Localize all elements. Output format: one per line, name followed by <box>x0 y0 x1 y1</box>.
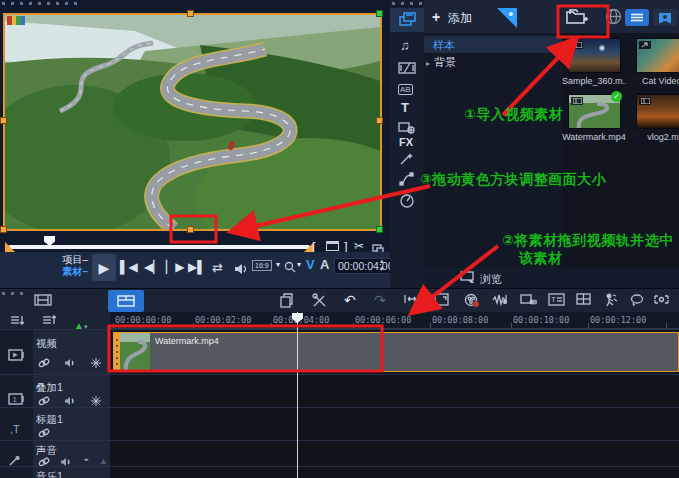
track-name: 叠加1 <box>36 381 63 395</box>
track-manager-button[interactable] <box>10 314 26 326</box>
aspect-ratio-select[interactable]: 16:9 <box>252 260 272 271</box>
clip-thumbnail <box>120 333 150 371</box>
resize-handle-right[interactable] <box>376 117 383 124</box>
browse-button[interactable]: 浏览 <box>480 272 502 287</box>
motion-tracking-button[interactable] <box>604 293 618 307</box>
track-link-icon[interactable] <box>38 396 50 406</box>
import-media-button[interactable] <box>565 7 589 26</box>
category-background[interactable]: ▸背景 <box>424 53 562 70</box>
thumbnail-view-button[interactable] <box>653 9 677 26</box>
resize-handle-bottom[interactable] <box>187 226 194 233</box>
category-sample[interactable]: 样本 <box>424 36 562 53</box>
previous-frame-button[interactable]: ◀▏ <box>144 260 162 274</box>
nav-speed-icon[interactable] <box>399 193 415 208</box>
toolbar-grip-dots <box>2 292 24 295</box>
volume-button[interactable] <box>234 261 249 279</box>
project-mode-toggle[interactable]: 项目– <box>46 254 88 266</box>
panel-grip-dots <box>392 2 422 5</box>
subtitle-editor-button[interactable]: T <box>548 293 565 306</box>
zoom-level-select[interactable] <box>284 260 297 278</box>
library-flag-icon[interactable] <box>496 7 518 33</box>
thumbnail-sample360[interactable] <box>568 38 621 73</box>
preview-scrubber[interactable] <box>8 245 310 249</box>
sound-mixer-button[interactable] <box>492 293 508 307</box>
timeline-clip-watermark[interactable]: Watermark.mp4 <box>113 332 679 372</box>
trim-start-handle[interactable] <box>5 242 15 252</box>
track-type-strip: 1 ,T ♪ <box>0 329 33 478</box>
storyboard-view-button[interactable] <box>34 293 52 307</box>
resize-handle-top-right[interactable] <box>376 10 383 17</box>
thumbnail-label: Watermark.mp4 <box>562 132 626 142</box>
nav-audio-icon[interactable]: ♫ <box>400 39 410 52</box>
ruler-label: 00:00:00:00 <box>115 315 171 325</box>
split-scissors-icon[interactable]: ✂ <box>354 239 364 253</box>
lasso-select-button[interactable] <box>630 293 645 306</box>
copy-button[interactable] <box>280 293 294 308</box>
fit-timeline-button[interactable] <box>404 293 420 305</box>
timecode-spinner[interactable]: ▴▾ <box>380 257 384 273</box>
track-mute-icon[interactable] <box>64 396 76 406</box>
ruler-label: 00:00:02:00 <box>195 315 251 325</box>
enlarge-preview-icon[interactable] <box>372 240 384 250</box>
track-link-icon[interactable] <box>38 428 50 438</box>
record-capture-button[interactable] <box>464 293 480 308</box>
timeline-view-button[interactable] <box>108 290 144 312</box>
ruler-label: 00:00:12:00 <box>590 315 646 325</box>
zoom-frame-button[interactable] <box>434 293 449 306</box>
thumbnail-cat-videos[interactable] <box>636 38 679 73</box>
list-view-button[interactable] <box>625 9 649 26</box>
zoom-caret-icon[interactable]: ▾ <box>297 260 301 269</box>
track-duck-icon[interactable]: ▲ <box>99 456 108 466</box>
video-canvas[interactable] <box>3 13 382 231</box>
resize-handle-top[interactable] <box>187 10 194 17</box>
video-overlay-toggle[interactable]: V <box>306 257 315 272</box>
thumbnail-vlog2[interactable] <box>636 94 679 129</box>
play-button[interactable]: ▶ <box>92 254 116 281</box>
nav-media-icon[interactable] <box>399 12 416 27</box>
nav-filter-icon[interactable]: FX <box>399 136 413 148</box>
go-to-start-button[interactable]: ▌◀ <box>120 260 138 274</box>
nav-graphics-icon[interactable] <box>398 120 415 134</box>
nav-motion-path-icon[interactable] <box>399 172 414 186</box>
track-effects-icon[interactable] <box>91 358 101 368</box>
360-media-button[interactable] <box>605 8 622 25</box>
film-badge-icon <box>571 97 583 105</box>
thumbnail-watermark[interactable]: ✓ <box>568 94 621 129</box>
track-manager-bar: ▲▾ <box>0 312 110 329</box>
track-mute-icon[interactable] <box>64 358 76 368</box>
track-link-icon[interactable] <box>38 358 50 368</box>
clip-mode-toggle[interactable]: 素材– <box>46 266 88 278</box>
nav-transition-icon[interactable] <box>398 61 416 75</box>
selected-check-icon: ✓ <box>611 91 622 102</box>
annotation-step2-line2: 该素材 <box>519 250 563 268</box>
redo-button[interactable]: ↷ <box>374 292 386 308</box>
nav-template-icon[interactable]: AB <box>398 84 413 95</box>
aspect-caret-icon[interactable]: ▾ <box>276 260 280 269</box>
repeat-button[interactable]: ⇄ <box>212 260 223 275</box>
split-screen-template-button[interactable] <box>576 293 591 305</box>
multi-trim-button[interactable] <box>520 293 537 306</box>
nav-instant-project-icon[interactable] <box>399 152 414 166</box>
undo-button[interactable]: ↶ <box>344 292 356 308</box>
resize-handle-bottom-right[interactable] <box>376 226 383 233</box>
film-badge-icon <box>639 97 651 105</box>
timeline-ruler[interactable]: 00:00:00:00 00:00:02:00 00:00:04:00 00:0… <box>110 312 679 329</box>
track-list-button[interactable] <box>42 314 58 326</box>
nav-title-icon[interactable]: T <box>401 100 409 115</box>
track-chevron-icon[interactable]: ⌄ <box>82 453 90 463</box>
plus-icon[interactable]: + <box>432 9 440 25</box>
resize-handle-left[interactable] <box>0 117 7 124</box>
ruler-label: 00:00:10:00 <box>513 315 569 325</box>
resize-handle-bottom-left[interactable] <box>0 226 7 233</box>
timeline-toolbar: ↶ ↷ T <box>0 288 679 312</box>
add-button[interactable]: 添加 <box>448 10 472 27</box>
go-to-end-button[interactable]: ▶▌ <box>188 260 206 274</box>
track-effects-icon[interactable] <box>91 396 101 406</box>
next-frame-button[interactable]: ▏▶ <box>166 260 184 274</box>
aerial-road-video-frame <box>5 15 380 229</box>
mask-creator-button[interactable] <box>654 293 669 306</box>
trim-clip-icon[interactable] <box>326 241 339 251</box>
watermark-logo <box>7 16 25 25</box>
tools-menu-button[interactable] <box>312 293 327 308</box>
audio-overlay-toggle[interactable]: A <box>320 257 329 272</box>
